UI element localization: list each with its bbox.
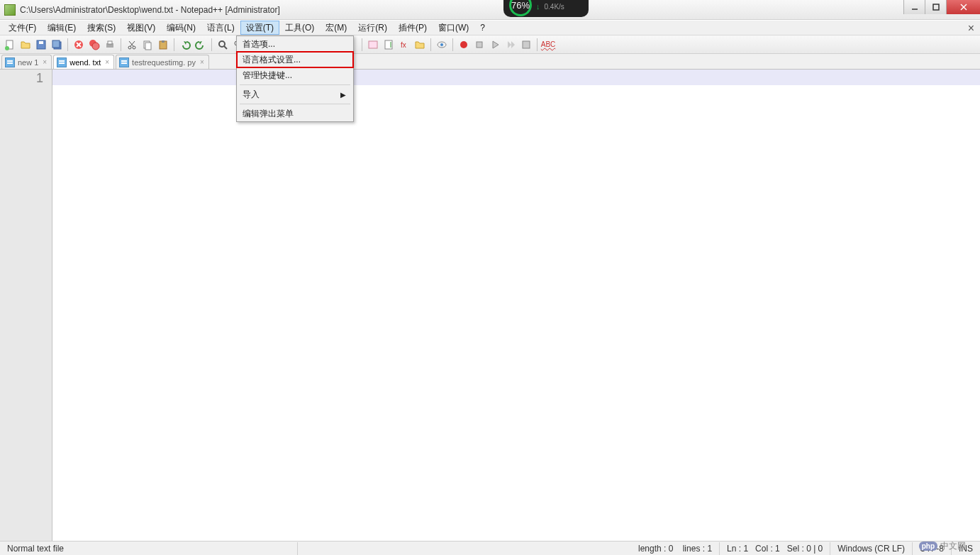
close-button[interactable] [946, 0, 980, 14]
file-icon [119, 57, 129, 67]
app-icon [4, 4, 16, 16]
tab-label: new 1 [18, 58, 38, 67]
dropdown-item-2[interactable]: 管理快捷键... [237, 67, 353, 83]
svg-point-44 [440, 43, 443, 46]
svg-point-14 [92, 43, 99, 50]
new-file-button[interactable] [3, 38, 17, 52]
line-number: 1 [0, 71, 43, 86]
dropdown-item-6[interactable]: 编辑弹出菜单 [237, 106, 353, 121]
tab-label: testrequestimg. py [132, 58, 196, 67]
svg-point-17 [128, 46, 131, 49]
save-all-button[interactable] [50, 38, 64, 52]
dropdown-separator [240, 84, 350, 85]
menu-item-1[interactable]: 编辑(E) [42, 21, 82, 35]
svg-rect-7 [39, 41, 43, 44]
svg-rect-9 [52, 40, 60, 48]
redo-button[interactable] [194, 38, 208, 52]
menubar-close-icon[interactable]: × [968, 22, 974, 35]
toolbar-separator [452, 38, 453, 51]
status-col: Col : 1 [755, 544, 780, 554]
overlay-percent-circle: 76% [509, 0, 532, 16]
file-icon [5, 57, 15, 67]
undo-button[interactable] [178, 38, 192, 52]
svg-line-26 [224, 46, 227, 49]
overlay-percent: 76% [511, 0, 530, 11]
minimize-button[interactable] [903, 0, 925, 14]
menu-item-10[interactable]: 插件(P) [393, 21, 433, 35]
menu-item-11[interactable]: 窗口(W) [433, 21, 474, 35]
overlay-speed: 0.4K/s [545, 3, 564, 11]
menu-item-3[interactable]: 视图(V) [121, 21, 161, 35]
monitoring-button[interactable] [435, 38, 449, 52]
watermark: php 中文网 [919, 540, 966, 552]
func-list-button[interactable]: fx [397, 38, 411, 52]
svg-point-5 [5, 46, 9, 50]
php-badge-icon: php [919, 542, 937, 551]
close-file-button[interactable] [72, 38, 86, 52]
menu-item-7[interactable]: 工具(O) [279, 21, 320, 35]
tab-close-icon[interactable]: × [41, 58, 48, 66]
dropdown-separator [240, 104, 350, 104]
status-length: length : 0 [638, 544, 673, 554]
open-file-button[interactable] [18, 38, 33, 52]
menu-item-8[interactable]: 宏(M) [320, 21, 352, 35]
tab-2[interactable]: testrequestimg. py× [116, 55, 209, 69]
dropdown-item-0[interactable]: 首选项... [237, 36, 353, 52]
status-cursor: Ln : 1 Col : 1 Sel : 0 | 0 [720, 542, 830, 555]
menu-item-0[interactable]: 文件(F) [3, 21, 42, 35]
record-macro-button[interactable] [457, 38, 471, 52]
close-all-button[interactable] [87, 38, 101, 52]
menu-item-12[interactable]: ? [474, 21, 491, 35]
dropdown-item-4[interactable]: 导入▶ [237, 87, 353, 102]
save-button[interactable] [34, 38, 48, 52]
statusbar: Normal text file length : 0 lines : 1 Ln… [0, 541, 980, 555]
menu-item-6[interactable]: 设置(T) [240, 21, 279, 35]
udl-button[interactable] [366, 38, 380, 52]
tab-0[interactable]: new 1× [1, 55, 52, 69]
paste-button[interactable] [156, 38, 170, 52]
svg-rect-24 [162, 40, 165, 43]
stop-macro-button[interactable] [472, 38, 486, 52]
titlebar: C:\Users\Administrator\Desktop\wend.txt … [0, 0, 980, 20]
svg-point-45 [460, 41, 467, 48]
toolbar-separator [121, 38, 121, 51]
menu-item-2[interactable]: 搜索(S) [82, 21, 121, 35]
svg-rect-47 [523, 41, 530, 48]
folder-view-button[interactable] [413, 38, 427, 52]
svg-point-18 [133, 46, 135, 49]
maximize-button[interactable] [925, 0, 946, 14]
file-icon [57, 57, 67, 67]
window-controls [903, 0, 980, 14]
spellcheck-button[interactable]: ABC [541, 38, 555, 52]
cut-button[interactable] [125, 38, 139, 52]
text-editor[interactable] [52, 70, 980, 541]
play-macro-button[interactable] [488, 38, 502, 52]
toolbar-separator [67, 38, 68, 51]
toolbar-separator [537, 38, 538, 51]
window-title: C:\Users\Administrator\Desktop\wend.txt … [20, 5, 280, 15]
svg-rect-41 [390, 42, 391, 48]
tab-close-icon[interactable]: × [104, 58, 111, 66]
svg-point-25 [219, 41, 225, 47]
copy-button[interactable] [140, 38, 155, 52]
settings-dropdown: 首选项...语言格式设置...管理快捷键...导入▶编辑弹出菜单 [236, 35, 354, 122]
svg-rect-22 [145, 43, 151, 50]
tab-1[interactable]: wend. txt× [53, 55, 114, 69]
watermark-text: 中文网 [940, 540, 966, 552]
tab-close-icon[interactable]: × [199, 58, 206, 66]
menubar: 文件(F)编辑(E)搜索(S)视图(V)编码(N)语言(L)设置(T)工具(O)… [0, 20, 980, 35]
dropdown-item-1[interactable]: 语言格式设置... [237, 52, 353, 67]
find-button[interactable] [216, 38, 230, 52]
menu-item-5[interactable]: 语言(L) [201, 21, 240, 35]
status-length-lines: length : 0 lines : 1 [631, 542, 720, 555]
doc-map-button[interactable] [382, 38, 396, 52]
menu-item-9[interactable]: 运行(R) [352, 21, 393, 35]
status-ln: Ln : 1 [727, 544, 748, 554]
menu-item-4[interactable]: 编码(N) [161, 21, 201, 35]
overlay-widget[interactable]: 76% ↓ 0.4K/s [503, 0, 589, 17]
save-macro-button[interactable] [519, 38, 533, 52]
status-eol[interactable]: Windows (CR LF) [830, 542, 913, 555]
tab-label: wend. txt [69, 58, 101, 67]
print-button[interactable] [103, 38, 117, 52]
play-multi-button[interactable] [503, 38, 518, 52]
